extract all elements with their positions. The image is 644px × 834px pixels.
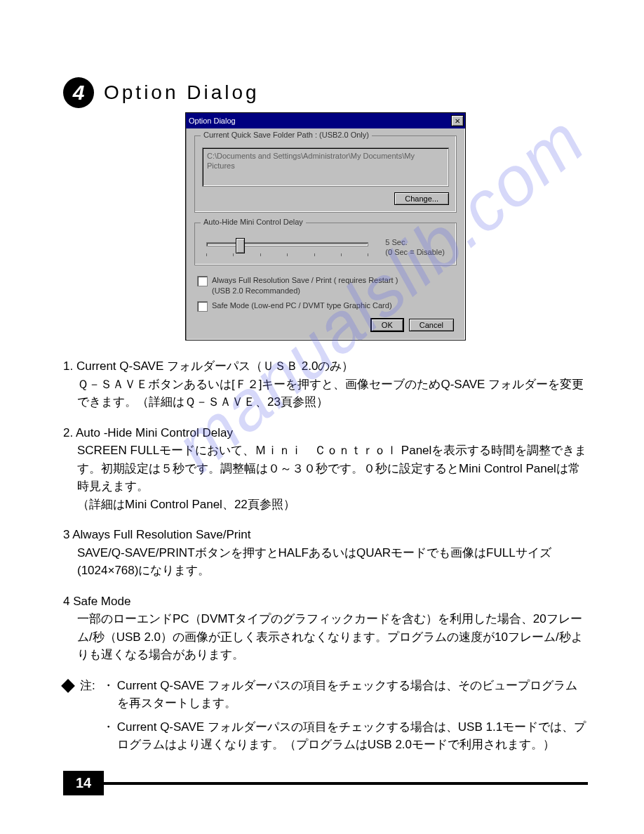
titlebar-text: Option Dialog [189,117,236,125]
checkbox-fullres-row: Always Full Resolution Save / Print ( re… [197,275,454,297]
footer-rule [98,782,588,785]
item-3: 3 Always Full Resolution Save/Print SAVE… [63,526,588,580]
item-1-title: 1. Current Q-SAVE フォルダーパス（ＵＳＢ 2.0のみ） [63,357,588,376]
item-2-title: 2. Auto -Hide Mini Control Delay [63,424,588,442]
checkbox-fullres-hint: (USB 2.0 Recommanded) [212,286,398,296]
item-3-title: 3 Always Full Resolution Save/Print [63,526,588,544]
delay-disable-hint: (0 Sec = Disable) [385,247,445,257]
section-heading: 4 Option Dialog [63,77,588,108]
close-icon[interactable]: ✕ [451,115,464,126]
notes-label: 注: [80,677,95,695]
cancel-button[interactable]: Cancel [409,319,454,331]
content: 1. Current Q-SAVE フォルダーパス（ＵＳＢ 2.0のみ） Ｑ－Ｓ… [63,357,588,760]
bullet-icon: ・ [102,718,114,754]
section-number-badge: 4 [63,77,94,108]
item-3-body: SAVE/Q-SAVE/PRINTボタンを押すとHALFあるいはQUARモードで… [63,544,588,580]
option-dialog-window: Option Dialog ✕ Current Quick Save Folde… [185,112,466,340]
note-1-text: Current Q-SAVE フォルダーパスの項目をチェックする場合は、そのビュ… [117,677,588,713]
group-current-path-legend: Current Quick Save Folder Path : (USB2.0… [201,131,372,139]
item-4-body: 一部のローエンドPC（DVMTタイプのグラフィックカードを含む）を利用した場合、… [63,610,588,664]
folder-path-display: C:\Documents and Settings\Administrator\… [202,147,449,187]
note-2-text: Current Q-SAVE フォルダーパスの項目をチェックする場合は、USB … [117,718,588,754]
item-1-body: Ｑ－ＳＡＶＥボタンあるいは[Ｆ２]キーを押すと、画像セーブのためQ-SAVE フ… [63,376,588,411]
dialog-screenshot: Option Dialog ✕ Current Quick Save Folde… [63,112,588,340]
notes-block: 注: ・ Current Q-SAVE フォルダーパスの項目をチェックする場合は… [63,677,588,760]
titlebar: Option Dialog ✕ [186,113,465,128]
item-2: 2. Auto -Hide Mini Control Delay SCREEN … [63,424,588,514]
page-footer: 14 [0,782,644,785]
checkbox-safemode-label: Safe Mode (Low-end PC / DVMT type Graphi… [212,300,392,311]
note-1: ・ Current Q-SAVE フォルダーパスの項目をチェックする場合は、その… [102,677,588,713]
page: manualslib.com 4 Option Dialog Option Di… [0,0,644,760]
change-button[interactable]: Change... [394,192,449,205]
ok-button[interactable]: OK [371,319,403,331]
checkbox-safemode-row: Safe Mode (Low-end PC / DVMT type Graphi… [197,300,454,312]
group-autohide-delay: Auto-Hide Mini Control Delay 5 Sec. (0 S… [194,223,457,265]
item-4: 4 Safe Mode 一部のローエンドPC（DVMTタイプのグラフィックカード… [63,593,588,664]
group-current-path: Current Quick Save Folder Path : (USB2.0… [194,135,457,213]
group-autohide-legend: Auto-Hide Mini Control Delay [201,218,306,226]
slider-thumb[interactable] [236,238,245,253]
checkbox-safemode[interactable] [197,301,208,312]
checkbox-fullres-label: Always Full Resolution Save / Print ( re… [212,275,398,286]
item-2-body: SCREEN FULLモードにおいて、Ｍｉｎｉ Ｃｏｎｔｒｏｌ Panelを表示… [63,442,588,513]
delay-value-label: 5 Sec. (0 Sec = Disable) [385,237,445,258]
delay-seconds: 5 Sec. [385,237,445,247]
section-title: Option Dialog [104,81,260,104]
delay-slider[interactable] [206,238,368,256]
notes-list: ・ Current Q-SAVE フォルダーパスの項目をチェックする場合は、その… [102,677,588,760]
item-4-title: 4 Safe Mode [63,593,588,611]
bullet-icon: ・ [102,677,114,713]
diamond-icon [61,679,75,693]
item-1: 1. Current Q-SAVE フォルダーパス（ＵＳＢ 2.0のみ） Ｑ－Ｓ… [63,357,588,411]
page-number: 14 [63,771,104,795]
checkbox-fullres[interactable] [197,276,208,286]
dialog-body: Current Quick Save Folder Path : (USB2.0… [186,128,465,340]
note-2: ・ Current Q-SAVE フォルダーパスの項目をチェックする場合は、US… [102,718,588,754]
